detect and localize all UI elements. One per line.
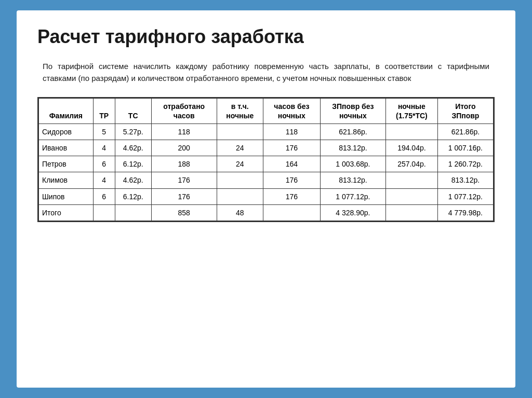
table-cell-5-2 bbox=[115, 204, 151, 221]
table-cell-4-3: 176 bbox=[151, 188, 217, 204]
table-row: Иванов44.62р.20024176813.12р.194.04р.1 0… bbox=[39, 140, 494, 156]
table-cell-4-8: 1 077.12р. bbox=[437, 188, 493, 204]
table-cell-5-5 bbox=[263, 204, 320, 221]
table-cell-2-6: 1 003.68р. bbox=[320, 156, 385, 172]
table-cell-4-2: 6.12р. bbox=[115, 188, 151, 204]
table-cell-4-1: 6 bbox=[93, 188, 115, 204]
table-cell-3-3: 176 bbox=[151, 172, 217, 188]
table-header-7: ночные(1.75*ТС) bbox=[386, 98, 438, 123]
table-header-1: ТР bbox=[93, 98, 115, 123]
table-cell-2-3: 188 bbox=[151, 156, 217, 172]
table-cell-3-7 bbox=[386, 172, 438, 188]
table-row: Итого858484 328.90р.4 779.98р. bbox=[39, 204, 494, 221]
table-row: Петров66.12р.188241641 003.68р.257.04р.1… bbox=[39, 156, 494, 172]
table-header-2: ТС bbox=[115, 98, 151, 123]
table-cell-1-1: 4 bbox=[93, 140, 115, 156]
table-cell-0-7 bbox=[386, 123, 438, 140]
table-cell-1-2: 4.62р. bbox=[115, 140, 151, 156]
table-cell-2-2: 6.12р. bbox=[115, 156, 151, 172]
table-cell-3-1: 4 bbox=[93, 172, 115, 188]
table-header-5: часов безночных bbox=[263, 98, 320, 123]
table-cell-1-8: 1 007.16р. bbox=[437, 140, 493, 156]
page-title: Расчет тарифного заработка bbox=[37, 26, 495, 48]
table-cell-2-8: 1 260.72р. bbox=[437, 156, 493, 172]
data-table: ФамилияТРТСотработаночасовв т.ч.ночныеча… bbox=[38, 98, 494, 222]
table-cell-3-2: 4.62р. bbox=[115, 172, 151, 188]
table-cell-1-6: 813.12р. bbox=[320, 140, 385, 156]
table-row: Климов44.62р.176176813.12р.813.12р. bbox=[39, 172, 494, 188]
table-cell-4-5: 176 bbox=[263, 188, 320, 204]
table-cell-1-3: 200 bbox=[151, 140, 217, 156]
table-cell-1-4: 24 bbox=[217, 140, 263, 156]
table-cell-0-8: 621.86р. bbox=[437, 123, 493, 140]
table-cell-1-5: 176 bbox=[263, 140, 320, 156]
table-row: Сидоров55.27р.118118621.86р.621.86р. bbox=[39, 123, 494, 140]
table-header-6: ЗПповр безночных bbox=[320, 98, 385, 123]
table-cell-4-6: 1 077.12р. bbox=[320, 188, 385, 204]
table-cell-3-4 bbox=[217, 172, 263, 188]
table-cell-3-8: 813.12р. bbox=[437, 172, 493, 188]
table-cell-2-7: 257.04р. bbox=[386, 156, 438, 172]
table-cell-0-4 bbox=[217, 123, 263, 140]
table-header-row: ФамилияТРТСотработаночасовв т.ч.ночныеча… bbox=[39, 98, 494, 123]
table-cell-1-0: Иванов bbox=[39, 140, 94, 156]
table-header-4: в т.ч.ночные bbox=[217, 98, 263, 123]
table-header-0: Фамилия bbox=[39, 98, 94, 123]
table-cell-2-0: Петров bbox=[39, 156, 94, 172]
table-cell-3-0: Климов bbox=[39, 172, 94, 188]
table-cell-5-4: 48 bbox=[217, 204, 263, 221]
table-cell-1-7: 194.04р. bbox=[386, 140, 438, 156]
table-body: Сидоров55.27р.118118621.86р.621.86р.Иван… bbox=[39, 123, 494, 221]
table-row: Шипов66.12р.1761761 077.12р.1 077.12р. bbox=[39, 188, 494, 204]
description-text: По тарифной системе начислить каждому ра… bbox=[37, 60, 495, 85]
table-header-3: отработаночасов bbox=[151, 98, 217, 123]
table-cell-4-4 bbox=[217, 188, 263, 204]
table-cell-0-6: 621.86р. bbox=[320, 123, 385, 140]
table-cell-5-3: 858 bbox=[151, 204, 217, 221]
table-cell-5-6: 4 328.90р. bbox=[320, 204, 385, 221]
table-cell-4-7 bbox=[386, 188, 438, 204]
page-container: Расчет тарифного заработка По тарифной с… bbox=[17, 10, 515, 388]
table-cell-0-5: 118 bbox=[263, 123, 320, 140]
table-cell-0-3: 118 bbox=[151, 123, 217, 140]
table-cell-3-5: 176 bbox=[263, 172, 320, 188]
table-cell-0-2: 5.27р. bbox=[115, 123, 151, 140]
table-cell-2-4: 24 bbox=[217, 156, 263, 172]
table-cell-5-0: Итого bbox=[39, 204, 94, 221]
table-cell-5-1 bbox=[93, 204, 115, 221]
table-header-8: ИтогоЗПповр bbox=[437, 98, 493, 123]
table-cell-2-1: 6 bbox=[93, 156, 115, 172]
table-cell-0-1: 5 bbox=[93, 123, 115, 140]
table-cell-5-7 bbox=[386, 204, 438, 221]
table-wrapper: ФамилияТРТСотработаночасовв т.ч.ночныеча… bbox=[37, 97, 495, 223]
table-cell-5-8: 4 779.98р. bbox=[437, 204, 493, 221]
table-cell-3-6: 813.12р. bbox=[320, 172, 385, 188]
table-cell-0-0: Сидоров bbox=[39, 123, 94, 140]
table-cell-2-5: 164 bbox=[263, 156, 320, 172]
table-cell-4-0: Шипов bbox=[39, 188, 94, 204]
